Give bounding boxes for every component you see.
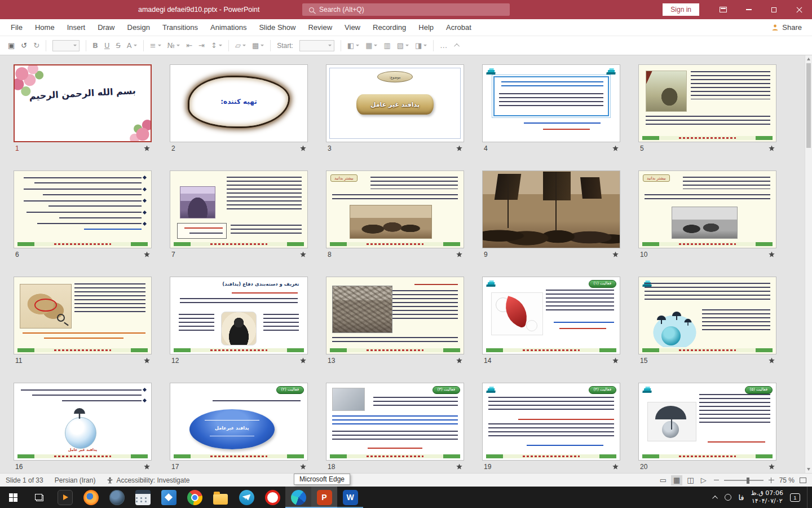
slide-sorter-view-icon[interactable]: ▦ bbox=[671, 475, 682, 485]
shapes-icon[interactable]: ▱ bbox=[235, 41, 246, 50]
vertical-scrollbar[interactable] bbox=[805, 55, 812, 473]
picture-icon[interactable]: ▧ bbox=[397, 41, 409, 50]
taskbar-clock[interactable]: 07:06 ق.ظ ۱۴۰۴/۰۷/۰۲ bbox=[751, 489, 783, 505]
underline-icon[interactable]: U bbox=[104, 41, 110, 50]
slide-thumbnail-10[interactable]: بیشتر بدانید bbox=[638, 170, 776, 248]
powerpoint-icon[interactable]: P bbox=[311, 487, 337, 508]
show-desktop-button[interactable] bbox=[807, 487, 810, 508]
slide-thumbnail-13[interactable] bbox=[326, 277, 464, 354]
transition-combo[interactable] bbox=[52, 40, 80, 51]
outdent-icon[interactable]: ⇤ bbox=[186, 41, 192, 50]
animation-star-icon[interactable] bbox=[612, 358, 619, 364]
zoom-percentage[interactable]: 75 % bbox=[779, 476, 795, 484]
animation-star-icon[interactable] bbox=[300, 358, 306, 364]
normal-view-icon[interactable]: ▭ bbox=[657, 475, 669, 485]
slide-thumbnail-6[interactable] bbox=[14, 170, 152, 248]
maximize-button[interactable] bbox=[761, 0, 787, 19]
close-button[interactable] bbox=[787, 0, 812, 19]
tab-design[interactable]: Design bbox=[121, 19, 156, 36]
animation-star-icon[interactable] bbox=[456, 358, 462, 364]
animation-star-icon[interactable] bbox=[769, 252, 775, 258]
save-icon[interactable]: ▣ bbox=[8, 41, 15, 50]
slide-thumbnail-11[interactable] bbox=[14, 277, 152, 354]
tab-view[interactable]: View bbox=[338, 19, 367, 36]
telegram-icon[interactable] bbox=[233, 487, 259, 508]
font-color-icon[interactable]: A bbox=[127, 41, 137, 50]
slide-thumbnail-8[interactable]: بیشتر بدانید bbox=[326, 170, 464, 248]
animation-star-icon[interactable] bbox=[300, 146, 306, 152]
animation-star-icon[interactable] bbox=[144, 146, 150, 152]
animation-star-icon[interactable] bbox=[456, 146, 462, 152]
undo-icon[interactable]: ↺ bbox=[21, 41, 27, 50]
tray-expand-icon[interactable] bbox=[713, 495, 718, 501]
strikethrough-icon[interactable]: S bbox=[116, 41, 121, 50]
tab-help[interactable]: Help bbox=[412, 19, 440, 36]
slide-thumbnail-2[interactable]: تهیه کننده: bbox=[170, 64, 308, 142]
table-icon[interactable]: ▦ bbox=[365, 41, 377, 50]
slide-thumbnail-12[interactable]: تعریف و دسته‌بندی دفاع (پدافند) bbox=[170, 277, 308, 354]
slide-thumbnail-15[interactable] bbox=[638, 277, 776, 354]
columns-icon[interactable]: ▥ bbox=[383, 41, 390, 50]
scroll-down-arrow[interactable] bbox=[807, 468, 810, 471]
slide-thumbnail-17[interactable]: فعالیت (۲) پدافند غیرعامل bbox=[170, 383, 308, 461]
tab-file[interactable]: File bbox=[5, 19, 29, 36]
slide-thumbnail-14[interactable]: فعالیت (۱) bbox=[482, 277, 620, 354]
minimize-button[interactable] bbox=[736, 0, 761, 19]
zoom-slider[interactable] bbox=[724, 476, 764, 484]
task-view-button[interactable] bbox=[26, 487, 52, 508]
zoom-out-button[interactable] bbox=[714, 480, 719, 481]
language-indicator[interactable]: Persian (Iran) bbox=[55, 476, 96, 484]
photos-icon[interactable] bbox=[156, 487, 182, 508]
language-badge[interactable]: فا bbox=[738, 493, 744, 502]
edge-icon[interactable] bbox=[285, 487, 311, 508]
tab-recording[interactable]: Recording bbox=[367, 19, 412, 36]
tab-insert[interactable]: Insert bbox=[61, 19, 92, 36]
start-button[interactable] bbox=[0, 487, 26, 508]
animation-star-icon[interactable] bbox=[769, 464, 775, 470]
animation-star-icon[interactable] bbox=[144, 464, 150, 470]
zoom-slider-thumb[interactable] bbox=[747, 478, 749, 484]
slide-thumbnail-5[interactable] bbox=[638, 64, 776, 142]
redo-icon[interactable]: ↻ bbox=[33, 41, 39, 50]
search-box[interactable]: Search (Alt+Q) bbox=[302, 3, 510, 16]
accessibility-status[interactable]: Accessibility: Investigate bbox=[107, 476, 189, 484]
slide-thumbnail-19[interactable]: فعالیت (۴) bbox=[482, 383, 620, 461]
tab-slide-show[interactable]: Slide Show bbox=[253, 19, 302, 36]
bullets-icon[interactable]: ≡ bbox=[150, 41, 161, 50]
scrollbar-thumb[interactable] bbox=[806, 63, 811, 148]
tab-acrobat[interactable]: Acrobat bbox=[440, 19, 478, 36]
notification-center-button[interactable]: 1 bbox=[790, 493, 800, 502]
indent-icon[interactable]: ⇥ bbox=[198, 41, 205, 50]
animation-star-icon[interactable] bbox=[769, 146, 775, 152]
sign-in-button[interactable]: Sign in bbox=[663, 3, 699, 16]
tab-animations[interactable]: Animations bbox=[204, 19, 253, 36]
line-spacing-icon[interactable]: ↕ bbox=[211, 41, 222, 50]
firefox-icon[interactable] bbox=[78, 487, 104, 508]
collapse-ribbon-icon[interactable] bbox=[454, 43, 460, 49]
animation-star-icon[interactable] bbox=[769, 358, 775, 364]
animation-star-icon[interactable] bbox=[144, 252, 150, 258]
animation-star-icon[interactable] bbox=[612, 464, 619, 470]
slide-thumbnail-7[interactable] bbox=[170, 170, 308, 248]
align-icon[interactable]: ◧ bbox=[347, 41, 359, 50]
word-icon[interactable]: W bbox=[337, 487, 363, 508]
start-combo[interactable] bbox=[299, 40, 334, 51]
calculator-icon[interactable] bbox=[130, 487, 156, 508]
slide-thumbnail-1[interactable]: بسم الله الرحمن الرحیم bbox=[14, 64, 152, 142]
tray-sync-icon[interactable] bbox=[725, 494, 731, 501]
globe-browser-icon[interactable] bbox=[104, 487, 130, 508]
slide-thumbnail-16[interactable]: پدافند غیر عامل bbox=[14, 383, 152, 461]
animation-star-icon[interactable] bbox=[144, 358, 150, 364]
numbering-icon[interactable]: № bbox=[167, 41, 180, 50]
tab-review[interactable]: Review bbox=[302, 19, 338, 36]
animation-star-icon[interactable] bbox=[456, 252, 462, 258]
slideshow-view-icon[interactable]: ▷ bbox=[699, 475, 709, 485]
file-explorer-icon[interactable] bbox=[208, 487, 233, 508]
arrange-icon[interactable]: ▩ bbox=[252, 41, 264, 50]
tab-draw[interactable]: Draw bbox=[91, 19, 121, 36]
zoom-in-button[interactable] bbox=[769, 478, 774, 483]
animation-star-icon[interactable] bbox=[300, 464, 306, 470]
scroll-up-arrow[interactable] bbox=[807, 58, 810, 60]
animation-star-icon[interactable] bbox=[456, 464, 462, 470]
slide-thumbnail-20[interactable]: فعالیت (۵) bbox=[638, 383, 776, 461]
